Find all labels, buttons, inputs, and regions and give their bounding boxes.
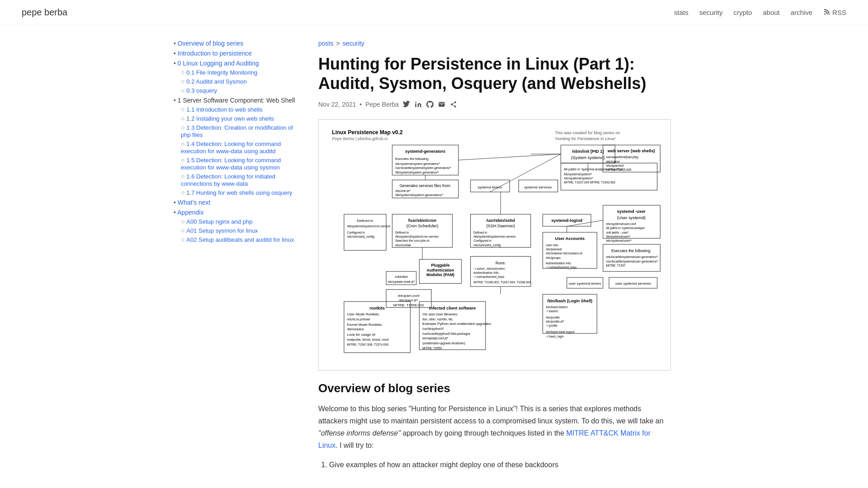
svg-text:/lib/systemd/system/ssh.servic: /lib/systemd/system/ssh.service	[473, 235, 516, 239]
meta-separator: •	[359, 101, 362, 108]
rss-icon	[823, 8, 830, 17]
svg-text:/etc/apt/apt.conf.d/*: /etc/apt/apt.conf.d/*	[422, 337, 448, 341]
sidebar-item-logging[interactable]: 0 Linux Logging and Auditing 0.1 File In…	[174, 60, 304, 94]
breadcrumb-security[interactable]: security	[343, 40, 364, 47]
nav-rss[interactable]: RSS	[823, 8, 846, 17]
sidebar-item-a02[interactable]: A02 Setup auditbeats and auditd for linu…	[181, 236, 304, 243]
svg-text:/lib/systemd/system/*: /lib/systemd/system/*	[564, 173, 592, 176]
twitter-icon[interactable]	[402, 100, 410, 108]
sidebar-item-whats-next[interactable]: What's next	[174, 199, 304, 206]
svg-text:systemd-generators: systemd-generators	[405, 150, 445, 154]
svg-text:/etc/nginx/: /etc/nginx/	[606, 160, 619, 164]
share-icon[interactable]	[449, 100, 458, 108]
nav-archive[interactable]: archive	[791, 9, 812, 16]
nav-stats[interactable]: stats	[674, 9, 689, 16]
nav-about[interactable]: about	[763, 9, 780, 16]
svg-text:systemd -user: systemd -user	[617, 210, 646, 214]
svg-line-21	[458, 154, 561, 160]
svg-text:OS and User Binaries:: OS and User Binaries:	[422, 312, 458, 316]
sidebar-item-0-2[interactable]: 0.2 Auditd and Sysmon	[181, 78, 304, 85]
svg-text:/lib/systemd/user/*: /lib/systemd/user/*	[606, 235, 631, 239]
svg-text:/etc/shadow /etc/sudoers.d/: /etc/shadow /etc/sudoers.d/	[546, 252, 582, 255]
github-icon[interactable]	[426, 100, 434, 108]
svg-text:(unattended-upgrade-shutdown): (unattended-upgrade-shutdown)	[422, 342, 465, 345]
article-date: Nov 22, 2021	[318, 101, 356, 108]
svg-text:User Mode Rootkits:: User Mode Rootkits:	[347, 312, 380, 316]
sidebar-item-intro[interactable]: Introduction to persistence	[174, 50, 304, 57]
sidebar-item-0-3[interactable]: 0.3 osquery	[181, 87, 304, 94]
sidebar-item-overview[interactable]: Overview of blog series	[174, 40, 304, 47]
svg-text:(System systemd): (System systemd)	[571, 155, 605, 160]
svg-text:/lib/systemd/system/cron.servi: /lib/systemd/system/cron.service	[347, 225, 391, 229]
sidebar: Overview of blog series Introduction to …	[174, 40, 318, 473]
svg-text:/usr/local/lib/systemd/user-ge: /usr/local/lib/systemd/user-generators/*	[606, 260, 658, 263]
svg-text:/lib/modules/: /lib/modules/	[347, 328, 364, 331]
nav-crypto[interactable]: crypto	[733, 9, 752, 16]
svg-text:Look for usage of:: Look for usage of:	[347, 333, 376, 337]
article-meta: Nov 22, 2021 • Pepe Berba	[318, 100, 671, 108]
svg-text:/bin/bash (Login Shell): /bin/bash (Login Shell)	[547, 299, 593, 303]
svg-text:~/.ssh/rc, /etc/ssh/sshrc: ~/.ssh/rc, /etc/ssh/sshrc	[473, 267, 505, 270]
sidebar-item-0-1[interactable]: 0.1 File Integrity Monitoring	[181, 69, 304, 76]
svg-text:User Accounts: User Accounts	[555, 237, 585, 241]
svg-text:MITRE: T1037.004         MITRE: MITRE: T1037.004 MITRE: T1543.002	[564, 181, 615, 184]
svg-text:/etc/local/lib/systemd/user-ge: /etc/local/lib/systemd/user-generators/*	[606, 256, 658, 259]
sidebar-item-1-5[interactable]: 1.5 Detection: Looking for command execu…	[181, 156, 304, 171]
svg-text:mkinitrd: mkinitrd	[395, 275, 408, 279]
svg-text:Configured in: Configured in	[473, 239, 491, 243]
sidebar-item-1-3[interactable]: 1.3 Detection: Creation or modification …	[181, 124, 304, 138]
breadcrumb: posts > security	[318, 40, 671, 47]
sidebar-item-appendix: Appendix A00 Setup nginx and php A01 Set…	[174, 209, 304, 243]
svg-text:/etc/ssh/sshd_config: /etc/ssh/sshd_config	[347, 235, 375, 239]
sidebar-item-1-6[interactable]: 1.6 Detection: Looking for initiated con…	[181, 173, 304, 187]
breadcrumb-posts[interactable]: posts	[318, 40, 333, 47]
sidebar-item-1-4[interactable]: 1.4 Detection: Looking for command execu…	[181, 140, 304, 155]
sidebar-item-1-2[interactable]: 1.2 Installing your own web shells	[181, 115, 304, 122]
svg-text:Pepe Berba | pberba.github.io: Pepe Berba | pberba.github.io	[332, 137, 388, 141]
article-title: Hunting for Persistence in Linux (Part 1…	[318, 54, 671, 93]
main-nav: stats security crypto about archive RSS	[674, 8, 846, 17]
sidebar-item-1-7[interactable]: 1.7 Hunting for web shells using osquery	[181, 189, 304, 196]
linkedin-icon[interactable]	[414, 100, 422, 108]
svg-text:/etc/update-motd.d/*: /etc/update-motd.d/*	[388, 280, 415, 284]
svg-text:MITRE: T1505.003: MITRE: T1505.003	[606, 169, 631, 172]
svg-text:/etc/systemd/user.conf: /etc/systemd/user.conf	[606, 223, 636, 226]
svg-text:fusr/sbin/cron: fusr/sbin/cron	[408, 219, 436, 223]
svg-text:(User systemd): (User systemd)	[617, 216, 646, 220]
svg-text:/etc/bash.bashrc: /etc/bash.bashrc	[546, 305, 568, 309]
site-logo[interactable]: pepe berba	[22, 7, 67, 18]
svg-text:/etc/ssh/sshd_config: /etc/ssh/sshd_config	[473, 244, 501, 247]
svg-text:MITRE: T1547.006, T1574.006: MITRE: T1547.006, T1574.006	[347, 343, 389, 346]
svg-text:Runs:: Runs:	[495, 261, 506, 265]
persistence-map: Linux Persistence Map v0.2 Pepe Berba | …	[318, 119, 671, 371]
nav-security[interactable]: security	[699, 9, 723, 16]
article-author: Pepe Berba	[365, 101, 399, 108]
svg-text:/lib/systemd/system/cron.servi: /lib/systemd/system/cron.service	[395, 235, 439, 239]
svg-text:/etc/profile: /etc/profile	[546, 316, 560, 319]
svg-text:Searches the cron jobs in:: Searches the cron jobs in:	[395, 239, 430, 243]
svg-text:MITRE: T2196.002, T1037.004, T: MITRE: T2196.002, T1037.004, T1098.004	[473, 281, 531, 284]
svg-text:Modules (PAM): Modules (PAM)	[426, 273, 454, 277]
svg-text:(SSH Daemon): (SSH Daemon)	[486, 224, 515, 229]
svg-text:/etc/profile.d/*: /etc/profile.d/*	[546, 320, 564, 324]
svg-text:/usr/sbin/sshd: /usr/sbin/sshd	[486, 219, 515, 223]
sidebar-item-1-1[interactable]: 1.1 Introduction to web shells	[181, 106, 304, 113]
svg-text:user systemd services: user systemd services	[615, 282, 651, 286]
svg-text:Executes the following:: Executes the following:	[395, 157, 429, 161]
svg-text:/bin, /sbin, /usr/bin, /lib,: /bin, /sbin, /usr/bin, /lib,	[422, 318, 453, 321]
svg-text:systemd-logind: systemd-logind	[551, 219, 582, 223]
svg-text:~/.bashrc: ~/.bashrc	[546, 310, 558, 313]
social-icons	[402, 100, 458, 108]
section1-paragraph1: Welcome to this blog series "Hunting for…	[318, 403, 671, 452]
svg-text:/etc/ld.so.preload: /etc/ld.so.preload	[347, 318, 370, 321]
svg-text:Example Python and unattended : Example Python and unattended upgrades:	[422, 322, 492, 326]
svg-text:/sbin/init [PID 1]: /sbin/init [PID 1]	[572, 150, 604, 154]
svg-text:MITRE: T2554: MITRE: T2554	[422, 347, 442, 350]
svg-text:~/.bash_login: ~/.bash_login	[546, 335, 564, 339]
sidebar-item-a01[interactable]: A01 Setup sysmon for linux	[181, 227, 304, 234]
sidebar-item-a00[interactable]: A00 Setup nginx and php	[181, 218, 304, 225]
list-item-1: Give examples of how an attacker might d…	[329, 459, 671, 471]
email-icon[interactable]	[438, 100, 446, 108]
svg-text:/etc/systemd/user/*: /etc/systemd/user/*	[606, 239, 632, 243]
svg-text:infected client software: infected client software	[429, 306, 476, 310]
